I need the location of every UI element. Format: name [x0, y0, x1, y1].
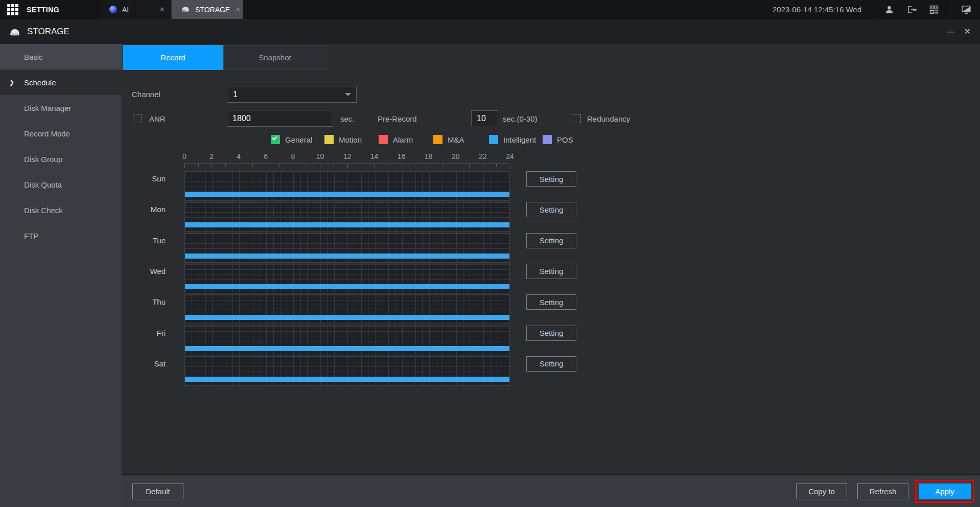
sidebar-item-label: Disk Check [24, 206, 63, 215]
logout-caret-icon [913, 9, 917, 13]
schedule-timeline: 024681012141618202224SunSettingMonSettin… [122, 152, 980, 393]
legend-label-motion: Motion [339, 135, 362, 144]
legend-label-intelligent: Intelligent [503, 135, 536, 144]
hour-label-20: 20 [452, 152, 460, 160]
setting-button-tue[interactable]: Setting [526, 233, 576, 248]
main-content: RecordSnapshot Channel 1 ANR sec. Pre-Re… [122, 44, 980, 507]
user-icon[interactable] [882, 4, 896, 16]
legend-checkbox-alarm[interactable] [379, 135, 388, 144]
legend-label-pos: POS [557, 135, 573, 144]
redundancy-checkbox[interactable] [572, 114, 581, 123]
sidebar-item-label: Basic [24, 53, 43, 61]
setting-button-fri[interactable]: Setting [526, 326, 576, 341]
sidebar-item-schedule[interactable]: ❯Schedule [0, 70, 122, 95]
hour-label-16: 16 [398, 152, 406, 160]
channel-value: 1 [227, 90, 345, 99]
window-title: STORAGE [27, 27, 69, 37]
legend-checkbox-pos[interactable] [543, 135, 552, 144]
sidebar-item-disk-manager[interactable]: Disk Manager [0, 95, 122, 121]
hour-label-6: 6 [264, 152, 268, 160]
setting-button-wed[interactable]: Setting [526, 264, 576, 279]
pre-record-input[interactable] [471, 110, 498, 126]
tab-snapshot[interactable]: Snapshot [223, 45, 326, 70]
sidebar-item-ftp[interactable]: FTP [0, 223, 122, 248]
monitor-icon[interactable] [960, 4, 973, 16]
legend-checkbox-general[interactable] [271, 135, 280, 144]
sidebar-item-basic[interactable]: Basic [0, 44, 122, 70]
setting-button-thu[interactable]: Setting [526, 294, 576, 310]
default-button[interactable]: Default [132, 483, 183, 499]
hour-label-24: 24 [506, 152, 514, 160]
topbar-right: 2023-06-14 12:45:16 Wed [773, 0, 980, 19]
setting-menu-button[interactable]: SETTING [0, 0, 100, 19]
sidebar-item-disk-quota[interactable]: Disk Quota [0, 172, 122, 197]
setting-button-sun[interactable]: Setting [526, 171, 576, 187]
timeline-row-mon[interactable] [184, 202, 510, 232]
hour-label-14: 14 [370, 152, 379, 160]
timeline-row-fri[interactable] [184, 326, 510, 355]
sidebar-item-record-mode[interactable]: Record Mode [0, 121, 122, 146]
legend-checkbox-m-a[interactable] [433, 135, 442, 144]
tab-record[interactable]: Record [123, 45, 223, 70]
hour-label-8: 8 [291, 152, 295, 160]
active-arrow-icon: ❯ [9, 79, 14, 86]
screen: SETTING AI✕STORAGE✕ 2023-06-14 12:45:16 … [0, 0, 980, 507]
top-tab-storage[interactable]: STORAGE✕ [172, 0, 243, 19]
check-icon [272, 135, 277, 141]
schedule-bar-fri [185, 346, 509, 351]
hour-label-22: 22 [479, 152, 487, 160]
timeline-row-sat[interactable] [184, 356, 510, 386]
legend-label-general: General [285, 135, 312, 144]
anr-checkbox[interactable] [133, 114, 142, 123]
channel-label: Channel [132, 90, 160, 99]
separator [873, 1, 873, 19]
sidebar-item-label: FTP [24, 232, 38, 240]
sidebar-item-label: Disk Group [24, 155, 62, 164]
anr-input[interactable] [227, 110, 333, 127]
setting-button-mon[interactable]: Setting [526, 202, 576, 217]
sidebar-item-disk-check[interactable]: Disk Check [0, 197, 122, 223]
copy-to-button[interactable]: Copy to [796, 483, 847, 499]
ai-sphere-icon [109, 6, 117, 13]
timeline-row-wed[interactable] [184, 264, 510, 293]
schedule-bar-mon [185, 222, 509, 227]
top-tab-ai[interactable]: AI✕ [100, 0, 172, 19]
timeline-row-thu[interactable] [184, 294, 510, 324]
close-button[interactable]: ✕ [964, 27, 971, 36]
schedule-bar-tue [185, 254, 509, 259]
pre-record-unit-label: sec.(0-30) [503, 114, 538, 124]
sidebar-item-disk-group[interactable]: Disk Group [0, 146, 122, 172]
logout-icon[interactable] [905, 4, 918, 16]
apply-button[interactable]: Apply [919, 483, 971, 499]
timeline-row-tue[interactable] [184, 233, 510, 263]
ruler-ticks [184, 164, 510, 170]
day-label-wed: Wed [135, 267, 166, 275]
legend-label-alarm: Alarm [393, 135, 413, 144]
sidebar-item-label: Schedule [24, 78, 56, 87]
setting-menu-label: SETTING [27, 6, 59, 14]
day-label-mon: Mon [135, 205, 166, 214]
setting-button-sat[interactable]: Setting [526, 356, 576, 372]
timeline-row-sun[interactable] [184, 171, 510, 201]
tab-close-icon[interactable]: ✕ [235, 6, 241, 13]
hour-label-10: 10 [316, 152, 324, 160]
refresh-button[interactable]: Refresh [857, 483, 908, 499]
pre-record-label: Pre-Record [378, 114, 417, 124]
sidebar-item-label: Disk Quota [24, 180, 62, 189]
minimize-button[interactable]: — [947, 29, 955, 34]
channel-select[interactable]: 1 [227, 86, 357, 103]
legend-checkbox-intelligent[interactable] [489, 135, 498, 144]
legend-checkbox-motion[interactable] [324, 135, 334, 144]
sidebar: Basic❯ScheduleDisk ManagerRecord ModeDis… [0, 44, 122, 507]
hour-label-18: 18 [425, 152, 433, 160]
window-header: STORAGE — ✕ [0, 19, 980, 44]
chevron-down-icon [345, 93, 351, 99]
hour-label-4: 4 [237, 152, 241, 160]
separator [950, 1, 950, 19]
top-tab-label: STORAGE [195, 6, 230, 14]
tab-close-icon[interactable]: ✕ [159, 6, 165, 13]
day-label-sun: Sun [135, 174, 166, 183]
qrcode-icon[interactable] [927, 4, 941, 16]
footer-bar: Default Copy to Refresh Apply [122, 474, 980, 507]
apps-grid-icon [7, 4, 18, 15]
